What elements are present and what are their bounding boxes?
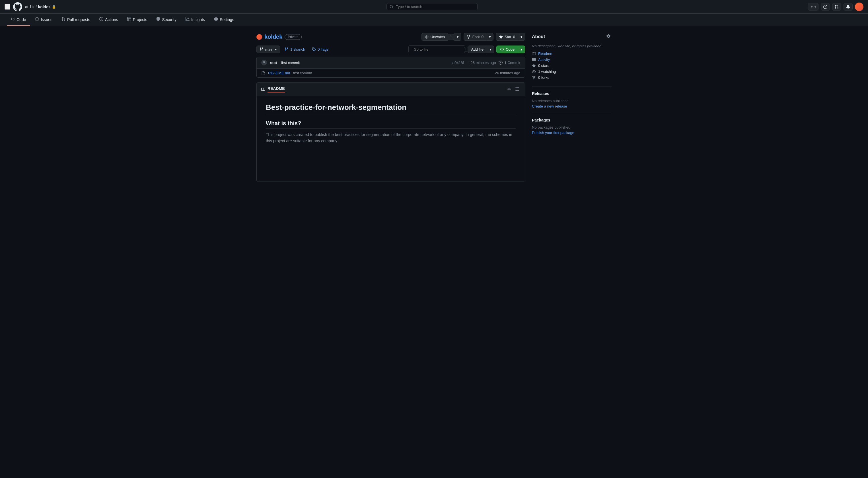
pullrequest-nav-icon [835, 5, 839, 9]
tab-code-label: Code [17, 18, 26, 22]
breadcrumb: an1ik / koldek 🔒 [25, 5, 56, 9]
star-sidebar-icon [532, 64, 536, 68]
readme-list-button[interactable]: ☰ [514, 85, 520, 93]
no-packages-text: No packages published [532, 125, 612, 129]
star-icon [499, 35, 503, 39]
commit-info-row: root first commit ca0418f · 26 minutes a… [257, 57, 525, 69]
about-links: Readme Activity 0 stars 1 watching 0 for… [532, 52, 612, 79]
settings-tab-icon [214, 17, 218, 22]
go-to-file-input[interactable] [414, 47, 462, 52]
issues-icon-btn[interactable] [821, 3, 830, 10]
file-time: 26 minutes ago [495, 71, 520, 75]
search-bar[interactable] [386, 3, 477, 10]
readme-title-group: README [261, 86, 285, 93]
file-name-link[interactable]: README.md [268, 71, 290, 75]
watching-stat: 1 watching [532, 69, 612, 74]
packages-section: Packages No packages published Publish y… [532, 118, 612, 135]
branch-selector[interactable]: main ▾ [256, 45, 280, 53]
activity-link[interactable]: Activity [532, 58, 612, 62]
commit-author-avatar [261, 60, 267, 65]
readme-link[interactable]: Readme [532, 52, 612, 56]
main-content: koldek Private Unwatch 1 ▾ For [252, 26, 616, 189]
tags-count-link[interactable]: 0 Tags [310, 46, 331, 53]
tab-projects[interactable]: Projects [123, 14, 151, 26]
watching-label: 1 watching [538, 69, 556, 74]
repo-actions: Unwatch 1 ▾ Fork 0 ▾ [422, 33, 525, 41]
branch-count-link[interactable]: 1 Branch [282, 46, 307, 53]
security-tab-icon [156, 17, 160, 22]
about-settings-button[interactable] [605, 33, 612, 40]
branch-count-label: 1 Branch [290, 47, 305, 52]
readme-edit-button[interactable]: ✏ [506, 85, 512, 93]
commit-count-link[interactable]: 1 Commit [499, 61, 520, 65]
readme-body: Best-practice-for-network-segmentation W… [257, 96, 525, 182]
issues-nav-icon [823, 5, 827, 9]
forks-stat: 0 forks [532, 75, 612, 79]
history-icon [499, 61, 503, 65]
book-sidebar-icon [532, 52, 536, 56]
notifications-nav-icon [846, 5, 850, 9]
avatar[interactable] [855, 3, 863, 11]
releases-title: Releases [532, 91, 612, 96]
code-caret[interactable]: ▾ [518, 45, 525, 53]
unwatch-button[interactable]: Unwatch [422, 33, 448, 41]
code-btn-group: Code ▾ [496, 45, 525, 53]
star-button[interactable]: Star 0 [496, 33, 518, 41]
add-file-button[interactable]: Add file [468, 45, 487, 53]
star-caret[interactable]: ▾ [518, 33, 525, 41]
packages-title: Packages [532, 118, 612, 122]
repo-title: koldek [265, 34, 282, 40]
unwatch-caret[interactable]: ▾ [454, 33, 461, 41]
tab-actions[interactable]: Actions [95, 14, 122, 26]
sidebar: About No description, website, or topics… [532, 33, 612, 182]
add-file-caret[interactable]: ▾ [487, 45, 494, 53]
projects-tab-icon [127, 17, 131, 22]
tab-issues[interactable]: Issues [31, 14, 56, 26]
search-icon [390, 5, 394, 9]
breadcrumb-separator: / [36, 5, 37, 9]
github-logo[interactable] [13, 2, 22, 11]
tab-code[interactable]: Code [7, 14, 30, 26]
fork-icon [467, 35, 471, 39]
nav-left: an1ik / koldek 🔒 [5, 2, 56, 11]
tags-count-label: 0 Tags [318, 47, 329, 52]
breadcrumb-repo[interactable]: koldek [38, 5, 50, 9]
breadcrumb-user[interactable]: an1ik [25, 5, 34, 9]
repo-navigation: Code Issues Pull requests Actions Projec… [0, 14, 868, 26]
fork-caret[interactable]: ▾ [486, 33, 494, 41]
commit-hash: ca0418f [451, 61, 464, 65]
unwatch-count[interactable]: 1 [448, 34, 455, 40]
actions-tab-icon [99, 17, 103, 22]
create-release-link[interactable]: Create a new release [532, 104, 612, 108]
about-section: About No description, website, or topics… [532, 33, 612, 79]
go-to-file[interactable]: t [408, 45, 465, 53]
code-icon [500, 47, 504, 51]
tab-pull-requests[interactable]: Pull requests [58, 14, 94, 26]
fork-count: 0 [482, 35, 484, 39]
fork-button[interactable]: Fork 0 [464, 33, 486, 41]
tab-settings[interactable]: Settings [210, 14, 238, 26]
lock-icon: 🔒 [52, 5, 56, 9]
branch-icon [259, 47, 264, 51]
readme-link-label: Readme [538, 52, 552, 56]
tab-issues-label: Issues [41, 18, 52, 22]
file-row: README.md first commit 26 minutes ago [257, 69, 525, 77]
code-button[interactable]: Code [496, 45, 518, 53]
hamburger-button[interactable] [5, 4, 10, 10]
repo-header: koldek Private Unwatch 1 ▾ For [256, 33, 525, 41]
tab-insights[interactable]: Insights [182, 14, 209, 26]
search-input[interactable] [396, 5, 474, 9]
new-button[interactable]: + [808, 3, 818, 10]
add-file-group: Add file ▾ [468, 45, 494, 53]
publish-package-link[interactable]: Publish your first package [532, 131, 612, 135]
private-badge: Private [285, 34, 301, 40]
nav-center [60, 3, 805, 10]
tab-security-label: Security [162, 18, 177, 22]
branch-caret: ▾ [275, 47, 277, 52]
pullrequests-icon-btn[interactable] [832, 3, 841, 10]
tab-security[interactable]: Security [152, 14, 180, 26]
activity-link-label: Activity [538, 58, 550, 62]
releases-section: Releases No releases published Create a … [532, 91, 612, 108]
notifications-icon-btn[interactable] [843, 3, 852, 10]
eye-icon [425, 35, 429, 39]
